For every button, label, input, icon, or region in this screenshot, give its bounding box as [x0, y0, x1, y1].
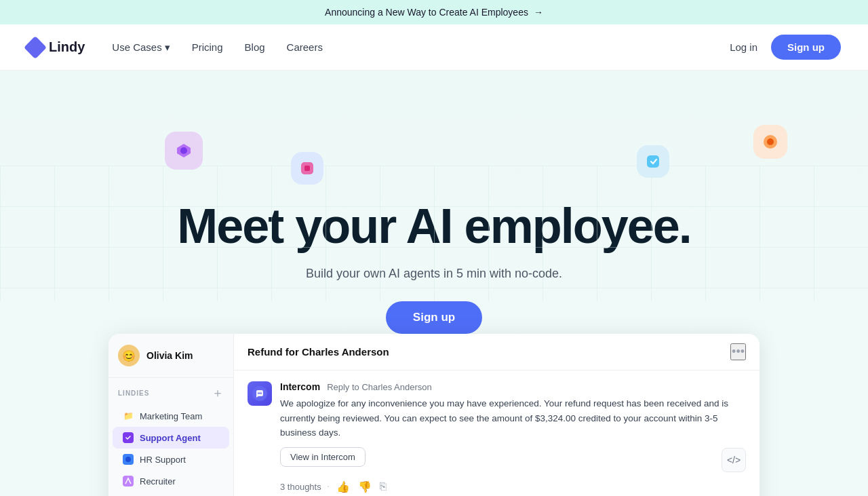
sidebar-item-label: Recruiter	[140, 476, 176, 487]
message-header: Intercom Reply to Charles Anderson	[280, 381, 746, 392]
sidebar-item-label: Marketing Team	[140, 411, 202, 421]
copy-button[interactable]: ⎘	[378, 479, 388, 494]
code-icon: </>	[727, 455, 741, 465]
nav-right: Log in Sign up	[730, 35, 841, 60]
sidebar-item-hr[interactable]: HR Support	[113, 449, 229, 470]
thoughts-count[interactable]: 3 thoughts	[280, 482, 321, 492]
svg-rect-5	[647, 155, 659, 168]
hero-section: Meet your AI employee. Build your own AI…	[0, 71, 868, 354]
svg-point-0	[180, 147, 187, 154]
login-button[interactable]: Log in	[730, 41, 757, 53]
add-lindy-button[interactable]: ＋	[212, 385, 224, 401]
sidebar-item-label: Support Agent	[140, 433, 201, 443]
lindies-label: LINDIES	[118, 389, 149, 397]
svg-point-14	[258, 393, 259, 394]
float-icon-blue	[637, 145, 669, 178]
svg-point-2	[767, 138, 774, 145]
sidebar-user-name: Olivia Kim	[146, 350, 193, 361]
demo-panel: 😊 Olivia Kim LINDIES ＋ 📁 Marketing Team …	[108, 334, 760, 496]
svg-rect-4	[304, 166, 310, 171]
lindies-header: LINDIES ＋	[108, 378, 233, 405]
nav-careers-label: Careers	[287, 41, 323, 53]
nav-pricing[interactable]: Pricing	[192, 41, 223, 53]
nav-use-cases-label: Use Cases	[112, 41, 161, 53]
folder-icon: 📁	[122, 410, 134, 422]
logo-text: Lindy	[49, 39, 85, 55]
announcement-bar[interactable]: Announcing a New Way to Create AI Employ…	[0, 0, 868, 24]
svg-point-16	[260, 393, 262, 394]
more-options-button[interactable]: •••	[730, 343, 746, 360]
sidebar: 😊 Olivia Kim LINDIES ＋ 📁 Marketing Team …	[108, 334, 234, 496]
chat-body: Intercom Reply to Charles Anderson We ap…	[234, 370, 760, 496]
thumbs-down-button[interactable]: 👎	[357, 479, 373, 495]
code-button[interactable]: </>	[722, 448, 746, 472]
intercom-avatar	[248, 381, 272, 406]
float-icon-purple	[165, 132, 203, 170]
recruiter-icon	[122, 475, 134, 487]
chat-header: Refund for Charles Anderson •••	[234, 334, 760, 370]
svg-point-15	[259, 393, 260, 394]
logo-icon	[24, 36, 47, 59]
sidebar-user: 😊 Olivia Kim	[108, 345, 233, 378]
sidebar-item-exec-assistant[interactable]: Executive Assistant	[113, 492, 229, 496]
float-icon-pink	[291, 152, 323, 185]
support-icon	[122, 432, 134, 444]
hero-signup-button[interactable]: Sign up	[386, 301, 482, 334]
message-actions-row: 3 thoughts · 👍 👎 ⎘	[280, 479, 746, 495]
nav-pricing-label: Pricing	[192, 41, 223, 53]
sidebar-item-support[interactable]: Support Agent	[113, 427, 229, 449]
sidebar-item-label: HR Support	[140, 455, 186, 465]
announcement-text: Announcing a New Way to Create AI Employ…	[325, 7, 528, 18]
floating-icons	[14, 118, 854, 199]
sidebar-item-recruiter[interactable]: Recruiter	[113, 470, 229, 492]
svg-point-8	[125, 457, 131, 462]
navbar: Lindy Use Cases ▾ Pricing Blog Careers L…	[0, 24, 868, 71]
announcement-arrow: →	[534, 7, 543, 18]
view-in-intercom-button[interactable]: View in Intercom	[280, 447, 366, 467]
avatar: 😊	[118, 345, 140, 366]
main-content: Refund for Charles Anderson •••	[234, 334, 760, 496]
nav-blog[interactable]: Blog	[245, 41, 265, 53]
message-content: Intercom Reply to Charles Anderson We ap…	[280, 381, 746, 495]
message-sender: Intercom	[280, 381, 320, 392]
chevron-down-icon: ▾	[165, 41, 170, 54]
message-action: Reply to Charles Anderson	[327, 382, 432, 392]
signup-button-nav[interactable]: Sign up	[771, 35, 841, 60]
chat-title: Refund for Charles Anderson	[248, 346, 389, 358]
message-text: We apologize for any inconvenience you m…	[280, 396, 746, 440]
nav-careers[interactable]: Careers	[287, 41, 323, 53]
sidebar-item-marketing[interactable]: 📁 Marketing Team	[113, 405, 229, 427]
float-icon-orange	[753, 125, 787, 159]
nav-blog-label: Blog	[245, 41, 265, 53]
nav-use-cases[interactable]: Use Cases ▾	[112, 41, 170, 54]
thumbs-up-button[interactable]: 👍	[335, 479, 351, 495]
hr-icon	[122, 453, 134, 465]
nav-links: Use Cases ▾ Pricing Blog Careers	[112, 41, 730, 54]
dot-separator: ·	[327, 480, 330, 493]
logo[interactable]: Lindy	[27, 39, 85, 56]
message-row: Intercom Reply to Charles Anderson We ap…	[248, 381, 746, 495]
